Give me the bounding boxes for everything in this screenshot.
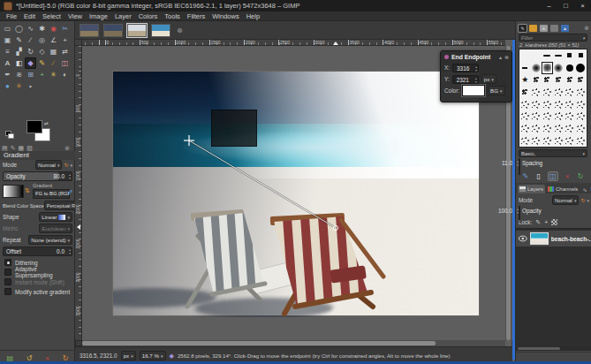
- rectangle-select-tool[interactable]: ▭: [2, 23, 13, 34]
- brush-cell-8[interactable]: [542, 62, 553, 74]
- brush-cell-29[interactable]: [575, 98, 587, 110]
- brush-cell-36[interactable]: [519, 123, 531, 135]
- refresh-brushes-button[interactable]: ↻: [578, 172, 584, 180]
- gradient-preview[interactable]: [3, 185, 24, 198]
- brush-cell-24[interactable]: [519, 98, 531, 110]
- brush-cell-3[interactable]: [553, 49, 564, 62]
- image-tab-4[interactable]: [151, 24, 170, 37]
- lock-position-icon[interactable]: +: [544, 219, 548, 225]
- flip-tool[interactable]: ⇄: [59, 46, 71, 57]
- text-tool[interactable]: A: [2, 57, 13, 69]
- bucket-fill-tool[interactable]: ◧: [13, 57, 25, 69]
- align-tool[interactable]: ≡: [2, 46, 13, 57]
- layer-mode-switch-icon[interactable]: ↻: [580, 197, 585, 203]
- layer-visibility-eye-icon[interactable]: [519, 235, 527, 242]
- eraser-tool[interactable]: ◫: [59, 57, 71, 69]
- brush-filter-input[interactable]: Filter▾: [519, 34, 587, 42]
- checkbox-instant-mode-shift-[interactable]: Instant mode (Shift): [4, 278, 72, 285]
- perspective-clone-tool[interactable]: •: [25, 80, 36, 92]
- checkbox-adaptive-supersampling[interactable]: Adaptive Supersampling: [4, 269, 72, 276]
- brush-cell-30[interactable]: [519, 110, 531, 123]
- brush-cell-7[interactable]: [531, 62, 542, 74]
- opacity-slider[interactable]: Opacity 80.0 ▴▾: [3, 171, 72, 181]
- maximize-button[interactable]: □: [557, 0, 574, 11]
- brush-cell-15[interactable]: [553, 74, 564, 87]
- ellipse-select-tool[interactable]: ◯: [13, 23, 25, 34]
- layer-list[interactable]: beach-beach-...: [516, 228, 591, 347]
- checkbox-box[interactable]: [4, 269, 11, 276]
- scissors-select-tool[interactable]: ✂: [59, 23, 71, 34]
- dodge-burn-tool[interactable]: ◐: [59, 69, 71, 80]
- menu-help[interactable]: Help: [243, 12, 263, 20]
- offset-slider[interactable]: Offset 0.0 ▴▾: [3, 246, 72, 256]
- menu-windows[interactable]: Windows: [208, 12, 242, 20]
- unit-dropdown[interactable]: px▾: [121, 351, 136, 360]
- tab-paths[interactable]: ∿Paths: [580, 185, 591, 193]
- opacity-spin[interactable]: ▴▾: [69, 173, 71, 180]
- lock-pixels-icon[interactable]: ✎: [535, 219, 541, 226]
- brush-cell-25[interactable]: [531, 98, 542, 110]
- brush-cell-21[interactable]: [553, 86, 564, 98]
- brush-cell-1[interactable]: [531, 49, 542, 62]
- brushes-tab-icon[interactable]: ✎: [519, 25, 527, 32]
- brush-cell-6[interactable]: [519, 62, 531, 74]
- reverse-gradient-icon[interactable]: ⇅: [25, 187, 30, 194]
- brush-cell-9[interactable]: [553, 62, 564, 74]
- brush-cell-44[interactable]: [542, 135, 553, 148]
- foreground-select-tool[interactable]: ▣: [2, 34, 13, 46]
- brush-cell-12[interactable]: ★: [519, 74, 531, 87]
- brush-cell-11[interactable]: [575, 62, 587, 74]
- histogram-tab-icon[interactable]: ▲: [561, 25, 569, 32]
- brush-cell-34[interactable]: [564, 110, 575, 123]
- brush-cell-41[interactable]: [575, 123, 587, 135]
- close-dialog-icon[interactable]: ⊗: [504, 54, 509, 60]
- document-history-tab-icon[interactable]: [550, 25, 558, 32]
- select-by-color-tool[interactable]: ◉: [48, 23, 59, 34]
- unified-transform-tool[interactable]: ↻: [25, 46, 36, 57]
- fg-bg-colors[interactable]: ⇄: [27, 120, 53, 143]
- pencil-tool[interactable]: ✎: [36, 57, 48, 69]
- warp-transform-tool[interactable]: ▦: [48, 46, 59, 57]
- brush-cell-23[interactable]: [575, 86, 587, 98]
- checkbox-dithering[interactable]: Dithering: [4, 259, 72, 266]
- edit-gradient-icon[interactable]: ✎: [65, 189, 73, 195]
- offset-spin[interactable]: ▴▾: [69, 248, 71, 255]
- duplicate-brush-button[interactable]: ◫: [549, 172, 557, 180]
- menu-colors[interactable]: Colors: [135, 12, 162, 20]
- gradient-tool-line[interactable]: [113, 72, 481, 317]
- endpoint-color-swatch[interactable]: [462, 85, 485, 96]
- dock-close-icon[interactable]: ⊗: [584, 25, 589, 32]
- patterns-tab-icon[interactable]: [529, 25, 537, 32]
- brush-cell-31[interactable]: [531, 110, 542, 123]
- layer-mode-dropdown[interactable]: Normal▾: [552, 195, 579, 205]
- tab-channels[interactable]: Channels: [546, 185, 580, 193]
- brush-cell-22[interactable]: [564, 86, 575, 98]
- end-endpoint-dialog[interactable]: End Endpoint ▴ ⊗ X: 3316▴▾ Y: 2321▴▾ px▾…: [440, 50, 512, 102]
- tab-layers[interactable]: Layers: [518, 185, 545, 193]
- horizontal-ruler[interactable]: 0500100015002000250030003500400045005000…: [82, 40, 505, 46]
- repeat-dropdown[interactable]: None (extend)▾: [28, 235, 72, 245]
- menu-image[interactable]: Image: [86, 12, 111, 20]
- brush-cell-16[interactable]: [564, 74, 575, 87]
- edit-brush-button[interactable]: ✎: [523, 172, 529, 180]
- brush-cell-4[interactable]: [564, 49, 575, 62]
- brush-cell-32[interactable]: [542, 110, 553, 123]
- color-picker-tool[interactable]: ∕: [25, 34, 36, 46]
- close-button[interactable]: ×: [574, 0, 591, 11]
- brush-cell-46[interactable]: [564, 135, 575, 148]
- horizontal-scrollbar-handle[interactable]: [82, 341, 436, 345]
- checkbox-box[interactable]: [4, 259, 11, 266]
- lock-alpha-icon[interactable]: [551, 219, 557, 225]
- horizontal-scrollbar[interactable]: [82, 340, 505, 346]
- brush-cell-2[interactable]: [542, 49, 553, 62]
- brush-cell-17[interactable]: [575, 74, 587, 87]
- shape-dropdown[interactable]: Linear▾: [39, 212, 72, 222]
- endpoint-color-mode-dropdown[interactable]: BG▾: [488, 86, 504, 95]
- layer-mode-menu-icon[interactable]: ▾: [587, 198, 589, 203]
- checkbox-box[interactable]: [4, 288, 11, 295]
- layer-row[interactable]: beach-beach-...: [516, 231, 591, 246]
- endpoint-unit-dropdown[interactable]: px▾: [481, 74, 496, 84]
- brush-cell-28[interactable]: [564, 98, 575, 110]
- quick-mask-toggle[interactable]: [75, 340, 82, 346]
- ink-tool[interactable]: ✒: [2, 69, 13, 80]
